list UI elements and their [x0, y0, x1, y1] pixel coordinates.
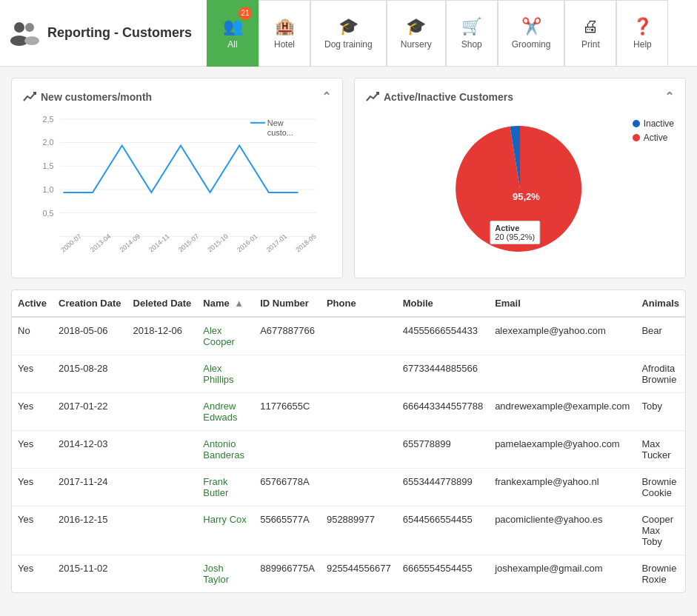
active-label: Active	[644, 133, 668, 143]
table-row: Yes2015-08-28Alex Phillips67733444885566…	[12, 355, 685, 393]
cell-deleted-date	[127, 506, 198, 555]
cell-name[interactable]: Alex Cooper	[197, 317, 254, 355]
cell-id: A677887766	[254, 317, 321, 355]
cell-deleted-date	[127, 355, 198, 393]
svg-text:1,5: 1,5	[42, 161, 53, 170]
hotel-label: Hotel	[274, 39, 295, 50]
cell-mobile: 666443344557788	[397, 393, 489, 431]
nursery-icon: 🎓	[406, 17, 426, 36]
cell-mobile: 67733444885566	[397, 355, 489, 393]
cell-deleted-date	[127, 555, 198, 593]
cell-animals: MaxTucker	[636, 431, 685, 469]
cell-name[interactable]: Andrew Edwads	[197, 393, 254, 431]
nav-tab-all[interactable]: 👥All21	[207, 0, 259, 67]
shop-label: Shop	[461, 39, 482, 50]
cell-email	[489, 355, 636, 393]
footer: GESPET.com SOFTWARE DE GESTIÓN DE MASCOT…	[0, 604, 697, 616]
cell-email: pacomicliente@yahoo.es	[489, 506, 636, 555]
cell-mobile: 6544566554455	[397, 506, 489, 555]
cell-name[interactable]: Josh Taylor	[197, 555, 254, 593]
cell-phone	[321, 469, 397, 506]
left-chart-title: New customers/month	[41, 91, 152, 103]
nav-tab-nursery[interactable]: 🎓Nursery	[387, 0, 446, 67]
left-chart-panel: New customers/month ⌃ 2,5 2,0 1,5 1,0 0,…	[11, 78, 343, 278]
left-chart-collapse[interactable]: ⌃	[321, 90, 331, 104]
cell-creation-date: 2016-12-15	[53, 506, 127, 555]
svg-point-3	[24, 36, 39, 45]
dog_training-label: Dog training	[324, 39, 373, 50]
col-animals[interactable]: Animals	[636, 290, 685, 317]
cell-id: 889966775A	[254, 555, 321, 593]
inactive-label: Inactive	[644, 118, 674, 129]
svg-text:0,5: 0,5	[42, 209, 53, 218]
name-sort-arrow: ▲	[234, 298, 244, 309]
help-label: Help	[633, 39, 652, 50]
customer-link-4[interactable]: Frank Butler	[203, 476, 228, 498]
nav-tab-dog_training[interactable]: 🎓Dog training	[310, 0, 387, 67]
col-name[interactable]: Name ▲	[197, 290, 254, 317]
svg-point-2	[25, 23, 34, 32]
cell-deleted-date	[127, 393, 198, 431]
dog_training-icon: 🎓	[339, 17, 358, 36]
cell-email: pamelaexample@yahoo.com	[489, 431, 636, 469]
customer-link-2[interactable]: Andrew Edwads	[203, 401, 237, 423]
cell-active: No	[12, 317, 53, 355]
cell-creation-date: 2017-11-24	[53, 469, 127, 506]
svg-text:New: New	[267, 118, 284, 127]
col-deleted-date[interactable]: Deleted Date	[127, 290, 198, 317]
header: Reporting - Customers 👥All21🏨Hotel🎓Dog t…	[0, 0, 697, 67]
page-title: Reporting - Customers	[47, 25, 192, 41]
table-row: No2018-05-062018-12-06Alex CooperA677887…	[12, 317, 685, 355]
cell-active: Yes	[12, 506, 53, 555]
table-row: Yes2016-12-15Harry Cox55665577A952889977…	[12, 506, 685, 555]
right-chart-collapse[interactable]: ⌃	[664, 90, 674, 104]
nav-tab-help[interactable]: ❓Help	[616, 0, 668, 67]
nav-tab-shop[interactable]: 🛒Shop	[446, 0, 498, 67]
col-id[interactable]: ID Number	[254, 290, 321, 317]
col-active[interactable]: Active	[12, 290, 53, 317]
print-label: Print	[581, 39, 600, 50]
cell-deleted-date: 2018-12-06	[127, 317, 198, 355]
cell-mobile: 655778899	[397, 431, 489, 469]
svg-text:2014-09: 2014-09	[119, 232, 142, 254]
col-mobile[interactable]: Mobile	[397, 290, 489, 317]
customer-link-3[interactable]: Antonio Banderas	[203, 438, 244, 461]
cell-creation-date: 2015-11-02	[53, 555, 127, 593]
svg-text:2000-07: 2000-07	[59, 232, 83, 254]
customer-link-0[interactable]: Alex Cooper	[203, 325, 235, 347]
line-chart-svg: 2,5 2,0 1,5 1,0 0,5 2000-07 2013-04 2014…	[23, 111, 331, 259]
cell-creation-date: 2018-05-06	[53, 317, 127, 355]
svg-text:2014-11: 2014-11	[147, 232, 171, 254]
svg-text:2,0: 2,0	[42, 138, 53, 147]
col-email[interactable]: Email	[489, 290, 636, 317]
cell-deleted-date	[127, 431, 198, 469]
cell-name[interactable]: Alex Phillips	[197, 355, 254, 393]
cell-id	[254, 355, 321, 393]
nav-tab-grooming[interactable]: ✂️Grooming	[498, 0, 565, 67]
cell-name[interactable]: Frank Butler	[197, 469, 254, 506]
cell-name[interactable]: Antonio Banderas	[197, 431, 254, 469]
cell-phone	[321, 317, 397, 355]
right-chart-title: Active/Inactive Customers	[384, 91, 513, 103]
customer-link-1[interactable]: Alex Phillips	[203, 363, 233, 385]
cell-creation-date: 2014-12-03	[53, 431, 127, 469]
active-dot	[633, 134, 640, 141]
col-phone[interactable]: Phone	[321, 290, 397, 317]
left-chart-header: New customers/month ⌃	[23, 90, 331, 104]
cell-creation-date: 2015-08-28	[53, 355, 127, 393]
help-icon: ❓	[633, 17, 653, 36]
customer-link-5[interactable]: Harry Cox	[203, 514, 247, 525]
nursery-label: Nursery	[401, 39, 432, 50]
customer-link-6[interactable]: Josh Taylor	[203, 563, 229, 585]
print-icon: 🖨	[582, 17, 598, 36]
cell-animals: BrownieCookie	[636, 469, 685, 506]
customers-table-container: Active Creation Date Deleted Date Name ▲…	[11, 289, 686, 593]
header-logo: Reporting - Customers	[7, 17, 192, 50]
svg-text:1,0: 1,0	[42, 185, 53, 194]
col-creation-date[interactable]: Creation Date	[53, 290, 127, 317]
nav-tab-hotel[interactable]: 🏨Hotel	[259, 0, 310, 67]
cell-name[interactable]: Harry Cox	[197, 506, 254, 555]
nav-tab-print[interactable]: 🖨Print	[564, 0, 616, 67]
cell-animals: Toby	[636, 393, 685, 431]
cell-animals: Bear	[636, 317, 685, 355]
